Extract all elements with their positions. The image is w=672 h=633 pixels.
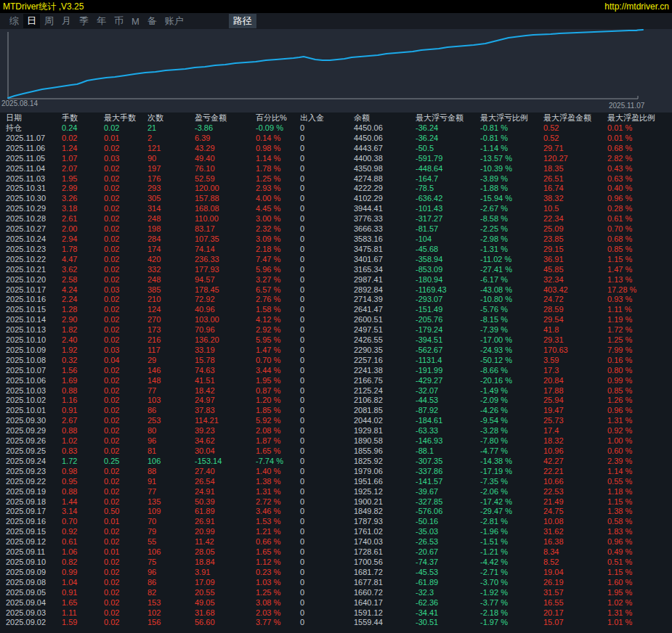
table-row[interactable]: 2025.10.071.560.0214674.633.44 %02241.38… — [0, 366, 672, 376]
table-row[interactable]: 2025.09.021.590.0215656.603.77 %01559.44… — [0, 618, 672, 628]
table-row[interactable]: 2025.10.213.620.02332177.935.96 %03165.3… — [0, 265, 672, 275]
menu-item-账户[interactable]: 账户 — [161, 14, 187, 28]
table-row[interactable]: 2025.11.061.240.0212143.290.98 %04443.67… — [0, 144, 672, 154]
table-row[interactable]: 2025.10.282.610.02248110.003.00 %03776.3… — [0, 214, 672, 224]
menu-item-综[interactable]: 综 — [6, 14, 23, 28]
row-cell: 2714.39 — [354, 295, 416, 305]
row-cell: 18.35 — [543, 164, 607, 174]
row-cell: 74.63 — [195, 366, 256, 376]
table-row[interactable]: 2025.10.142.900.02270103.004.12 %02600.5… — [0, 315, 672, 325]
row-cell: 41.51 — [195, 376, 256, 386]
table-row[interactable]: 2025.11.042.070.0219776.101.78 %04350.98… — [0, 164, 672, 174]
row-cell: 4443.67 — [354, 144, 416, 154]
table-row[interactable]: 2025.09.261.020.029634.621.87 %01890.58-… — [0, 436, 672, 446]
table-row[interactable]: 2025.10.151.280.0212440.961.58 %02641.47… — [0, 305, 672, 315]
row-cell: 0.02 — [104, 305, 147, 315]
table-row[interactable]: 2025.09.181.440.0213550.392.72 %01900.21… — [0, 497, 672, 507]
table-row[interactable]: 2025.09.081.040.028617.091.03 %01677.81-… — [0, 578, 672, 588]
table-row[interactable]: 2025.09.160.700.017026.911.53 %01787.93-… — [0, 517, 672, 527]
row-cell: 2641.47 — [354, 305, 416, 315]
row-cell: 109 — [147, 507, 195, 517]
menu-item-日[interactable]: 日 — [23, 14, 40, 28]
menu-item-季[interactable]: 季 — [76, 14, 92, 28]
table-row[interactable]: 2025.10.224.470.02420236.337.47 %03401.6… — [0, 255, 672, 265]
row-cell: 0 — [300, 134, 354, 144]
row-cell: -3.86 — [195, 123, 256, 134]
row-cell: 0.01 % — [607, 123, 672, 134]
table-row[interactable]: 2025.10.174.240.03385178.456.57 %02892.8… — [0, 285, 672, 295]
row-cell: 0 — [300, 608, 354, 618]
row-cell: 29.31 — [543, 335, 607, 346]
path-button[interactable]: 路径 — [229, 14, 256, 28]
row-cell: -39.67 — [416, 487, 480, 497]
table-row[interactable]: 2025.09.250.830.028130.041.65 %01855.96-… — [0, 446, 672, 457]
row-cell: 86 — [147, 578, 195, 588]
table-row[interactable]: 2025.10.030.880.027718.420.87 %02125.24-… — [0, 386, 672, 396]
row-cell: 0.98 % — [256, 144, 300, 154]
row-cell: 4222.29 — [354, 184, 416, 194]
menu-item-币[interactable]: 币 — [110, 14, 127, 28]
table-row[interactable]: 2025.10.010.910.028637.831.85 %02081.85-… — [0, 406, 672, 416]
table-row[interactable]: 持仓0.240.0221-3.86-0.09 %04450.06-36.24-0… — [0, 123, 672, 134]
row-cell: 148 — [147, 376, 195, 386]
table-row[interactable]: 2025.09.290.880.028039.232.08 %01929.81-… — [0, 426, 672, 436]
row-cell: 17.4 — [543, 426, 607, 436]
table-row[interactable]: 2025.09.111.060.0110628.051.65 %01728.61… — [0, 547, 672, 558]
table-row[interactable]: 2025.09.050.910.028220.551.25 %01660.72-… — [0, 588, 672, 598]
table-row[interactable]: 2025.09.090.990.02963.910.23 %01681.72-4… — [0, 568, 672, 578]
app-url-link[interactable]: http://mtdriver.cn — [604, 1, 669, 12]
table-row[interactable]: 2025.09.031.110.0210231.682.03 %01591.12… — [0, 608, 672, 618]
row-cell: 81 — [147, 446, 195, 457]
table-row[interactable]: 2025.10.293.180.02314168.084.45 %03944.4… — [0, 204, 672, 214]
table-row[interactable]: 2025.10.091.920.0311733.191.47 %02290.35… — [0, 346, 672, 356]
row-cell: 253 — [147, 416, 195, 426]
table-row[interactable]: 2025.09.190.880.027724.911.31 %01925.12-… — [0, 487, 672, 497]
row-cell: 0.85 % — [607, 386, 672, 396]
table-row[interactable]: 2025.11.070.020.0126.390.14 %04450.06-36… — [0, 134, 672, 144]
menu-item-周[interactable]: 周 — [41, 14, 57, 28]
equity-chart-canvas — [0, 29, 672, 113]
row-cell: 0.02 — [104, 426, 147, 436]
menu-item-备[interactable]: 备 — [144, 14, 161, 28]
table-row[interactable]: 2025.10.272.000.0219883.172.32 %03666.33… — [0, 224, 672, 234]
row-cell: 50.39 — [195, 497, 256, 507]
table-row[interactable]: 2025.11.051.070.039049.401.14 %04400.38-… — [0, 154, 672, 164]
table-row[interactable]: 2025.09.041.650.0215349.053.08 %01640.17… — [0, 598, 672, 608]
table-row[interactable]: 2025.09.173.140.5010961.893.46 %01849.82… — [0, 507, 672, 517]
table-row[interactable]: 2025.10.202.580.0224894.573.27 %02987.41… — [0, 275, 672, 285]
table-row[interactable]: 2025.10.102.400.02216136.205.95 %02426.5… — [0, 335, 672, 346]
row-cell: 293 — [147, 184, 195, 194]
row-cell: 2.99 — [62, 184, 104, 194]
table-row[interactable]: 2025.10.242.940.02284107.353.09 %03583.1… — [0, 234, 672, 245]
row-cell: 36.91 — [543, 255, 607, 265]
menu-item-M[interactable]: M — [128, 15, 143, 28]
row-cell: 0 — [300, 295, 354, 305]
row-date: 2025.10.07 — [6, 366, 62, 376]
table-row[interactable]: 2025.10.061.690.0214841.511.95 %02166.75… — [0, 376, 672, 386]
table-row[interactable]: 2025.10.131.820.0217370.962.92 %02497.51… — [0, 325, 672, 335]
table-row[interactable]: 2025.09.230.980.028827.401.40 %01979.06-… — [0, 467, 672, 477]
table-row[interactable]: 2025.10.021.160.0210324.971.20 %02106.82… — [0, 396, 672, 406]
row-cell: 1.85 % — [256, 406, 300, 416]
table-row[interactable]: 2025.11.031.950.0217652.591.25 %04274.88… — [0, 174, 672, 184]
row-cell: 20.84 — [543, 376, 607, 386]
row-date: 2025.10.30 — [6, 194, 62, 204]
table-row[interactable]: 2025.10.080.320.042915.780.70 %02257.16-… — [0, 356, 672, 366]
table-row[interactable]: 2025.09.150.920.027920.991.21 %01761.02-… — [0, 527, 672, 537]
table-row[interactable]: 2025.09.220.950.029126.541.38 %01951.66-… — [0, 477, 672, 487]
table-row[interactable]: 2025.09.241.720.25106-153.14-7.74 %01825… — [0, 457, 672, 467]
row-date: 2025.10.23 — [6, 245, 62, 255]
table-row[interactable]: 2025.09.100.820.027518.841.12 %01700.56-… — [0, 558, 672, 568]
menu-item-月[interactable]: 月 — [58, 14, 75, 28]
menu-item-年[interactable]: 年 — [93, 14, 110, 28]
table-row[interactable]: 2025.10.303.260.02305157.884.00 %04102.2… — [0, 194, 672, 204]
table-row[interactable]: 2025.09.302.670.02253114.215.92 %02044.0… — [0, 416, 672, 426]
table-row[interactable]: 2025.09.120.610.025511.420.66 %01740.03-… — [0, 537, 672, 547]
row-cell: 1.07 — [62, 154, 104, 164]
row-cell: 33.19 — [195, 346, 256, 356]
table-row[interactable]: 2025.10.231.780.0217474.142.18 %03475.81… — [0, 245, 672, 255]
row-cell: 0.01 % — [607, 134, 672, 144]
table-row[interactable]: 2025.10.312.990.02293120.002.93 %04222.2… — [0, 184, 672, 194]
statistics-table: 日期手数最大手数次数盈亏金额百分比%出入金余额最大浮亏金额最大浮亏比例最大浮盈金… — [0, 113, 672, 628]
table-row[interactable]: 2025.10.162.240.0221072.922.76 %02714.39… — [0, 295, 672, 305]
